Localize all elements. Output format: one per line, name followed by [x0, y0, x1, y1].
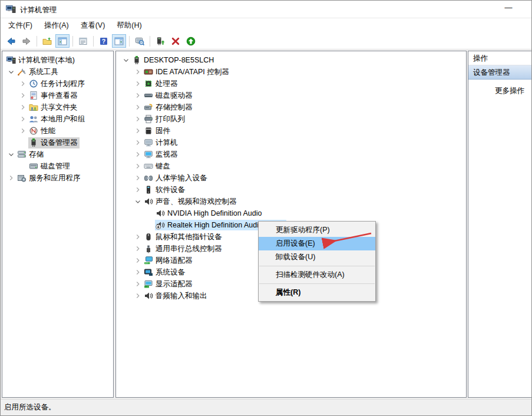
chevron-closed-icon[interactable]: [133, 126, 143, 136]
tree-item[interactable]: 软件设备: [116, 184, 466, 196]
tree-item[interactable]: 计算机: [116, 137, 466, 148]
chevron-closed-icon[interactable]: [6, 173, 16, 183]
chevron-closed-icon[interactable]: [133, 79, 143, 88]
chevron-open-icon[interactable]: [121, 55, 131, 65]
tree-item-label: DESKTOP-8E5SLCH: [144, 56, 214, 64]
menu-item-1[interactable]: 操作(A): [38, 18, 75, 33]
shared-folders-icon: [29, 103, 38, 112]
tree-item[interactable]: 性能: [2, 125, 113, 137]
toolbar-update-driver-button[interactable]: [153, 34, 167, 48]
tree-item[interactable]: 打印队列: [116, 113, 466, 125]
tree-item[interactable]: 监视器: [116, 148, 466, 160]
toolbar-uninstall-device-button[interactable]: [168, 34, 183, 48]
tree-item[interactable]: 任务计划程序: [2, 78, 113, 90]
toolbar-show-console-tree-button[interactable]: [55, 34, 70, 48]
chevron-closed-icon[interactable]: [133, 268, 143, 277]
chevron-closed-icon[interactable]: [18, 114, 28, 124]
device-manager-icon: [29, 138, 38, 147]
chevron-closed-icon[interactable]: [133, 67, 143, 77]
chevron-closed-icon[interactable]: [18, 126, 28, 136]
status-text: 启用所选设备。: [4, 403, 56, 411]
chevron-closed-icon[interactable]: [133, 185, 143, 194]
context-menu: 更新驱动程序(P)启用设备(E)卸载设备(U)扫描检测硬件改动(A)属性(R): [258, 221, 376, 302]
chevron-closed-icon[interactable]: [133, 173, 143, 183]
console-tree-panel: 计算机管理(本地)系统工具任务计划程序事件查看器共享文件夹本地用户和组性能设备管…: [2, 51, 114, 398]
toolbar-enable-device-button[interactable]: [184, 34, 198, 48]
tree-item[interactable]: 事件查看器: [2, 90, 113, 101]
context-menu-item-1[interactable]: 启用设备(E): [259, 237, 375, 250]
tree-item[interactable]: 服务和应用程序: [2, 172, 113, 184]
tree-item[interactable]: 人体学输入设备: [116, 172, 466, 184]
toolbar-forward-button[interactable]: [19, 34, 34, 48]
context-menu-item-2[interactable]: 卸载设备(U): [259, 250, 375, 264]
tree-item-label: 固件: [156, 126, 170, 136]
event-viewer-icon: [29, 91, 38, 100]
tree-item[interactable]: 系统工具: [2, 66, 113, 78]
tree-item[interactable]: 磁盘管理: [2, 160, 113, 172]
chevron-closed-icon[interactable]: [133, 291, 143, 301]
tree-item-content: 打印队列: [143, 114, 187, 125]
tree-item[interactable]: NVIDIA High Definition Audio: [116, 207, 466, 219]
menu-item-0[interactable]: 文件(F): [2, 18, 38, 33]
actions-device-manager-item[interactable]: 设备管理器: [468, 65, 532, 80]
tree-item[interactable]: 声音、视频和游戏控制器: [116, 196, 466, 207]
tree-item[interactable]: 共享文件夹: [2, 101, 113, 113]
chevron-open-icon[interactable]: [133, 197, 143, 206]
tree-item[interactable]: DESKTOP-8E5SLCH: [116, 54, 466, 66]
chevron-closed-icon[interactable]: [133, 103, 143, 112]
chevron-closed-icon[interactable]: [133, 279, 143, 289]
chevron-closed-icon[interactable]: [133, 232, 143, 242]
context-menu-item-0[interactable]: 更新驱动程序(P): [259, 223, 375, 237]
chevron-closed-icon[interactable]: [133, 150, 143, 159]
toolbar-show-action-pane-button[interactable]: [112, 34, 126, 48]
chevron-closed-icon[interactable]: [18, 91, 28, 100]
tree-item-content: 计算机: [143, 137, 180, 148]
computer-management-window: 计算机管理 — 文件(F)操作(A)查看(V)帮助(H) ? 计算机管理(本地)…: [0, 0, 532, 416]
usb-controller-icon: [144, 244, 153, 253]
tree-item-content: IDE ATA/ATAPI 控制器: [143, 67, 231, 78]
tree-item[interactable]: 存储控制器: [116, 101, 466, 113]
toolbar-properties-button[interactable]: [76, 34, 90, 48]
menu-item-3[interactable]: 帮助(H): [111, 18, 147, 33]
tree-item[interactable]: 存储: [2, 148, 113, 160]
toolbar-separator: [72, 36, 73, 47]
tree-item-content: 本地用户和组: [28, 114, 87, 125]
context-menu-item-6[interactable]: 属性(R): [259, 286, 375, 299]
tree-item[interactable]: 设备管理器: [2, 137, 113, 148]
computer-device-icon: [144, 138, 153, 147]
toolbar-help-button[interactable]: ?: [97, 34, 111, 48]
chevron-open-icon[interactable]: [6, 150, 16, 159]
tree-item-label: 打印队列: [156, 114, 185, 124]
menu-item-2[interactable]: 查看(V): [75, 18, 111, 33]
audio-device-icon: [156, 209, 165, 218]
minimize-button[interactable]: —: [501, 3, 516, 15]
svg-text:?: ?: [102, 38, 105, 45]
tree-item[interactable]: 固件: [116, 125, 466, 137]
toolbar-export-list-button[interactable]: [40, 34, 54, 48]
tree-item[interactable]: IDE ATA/ATAPI 控制器: [116, 66, 466, 78]
actions-more-button[interactable]: 更多操作: [468, 86, 532, 96]
tree-item[interactable]: 磁盘驱动器: [116, 90, 466, 101]
tree-item-label: 系统设备: [156, 268, 185, 278]
toolbar-back-button[interactable]: [4, 34, 18, 48]
tree-item[interactable]: 计算机管理(本地): [2, 54, 113, 66]
disk-drive-icon: [144, 91, 153, 100]
tree-item-label: 任务计划程序: [41, 79, 85, 89]
chevron-closed-icon[interactable]: [133, 161, 143, 171]
tree-item[interactable]: 本地用户和组: [2, 113, 113, 125]
context-menu-item-4[interactable]: 扫描检测硬件改动(A): [259, 268, 375, 282]
chevron-closed-icon[interactable]: [133, 114, 143, 124]
tree-item-label: 鼠标和其他指针设备: [156, 232, 222, 242]
chevron-closed-icon[interactable]: [18, 79, 28, 88]
chevron-closed-icon[interactable]: [133, 256, 143, 265]
chevron-open-icon[interactable]: [6, 67, 16, 77]
toolbar-remote-connect-button[interactable]: [133, 34, 147, 48]
tree-item-content: 音频输入和输出: [143, 290, 209, 302]
chevron-closed-icon[interactable]: [133, 138, 143, 147]
chevron-closed-icon[interactable]: [18, 103, 28, 112]
tree-item[interactable]: 键盘: [116, 160, 466, 172]
chevron-closed-icon[interactable]: [133, 91, 143, 100]
tree-item-content: 监视器: [143, 149, 180, 160]
tree-item[interactable]: 处理器: [116, 78, 466, 90]
chevron-closed-icon[interactable]: [133, 244, 143, 253]
